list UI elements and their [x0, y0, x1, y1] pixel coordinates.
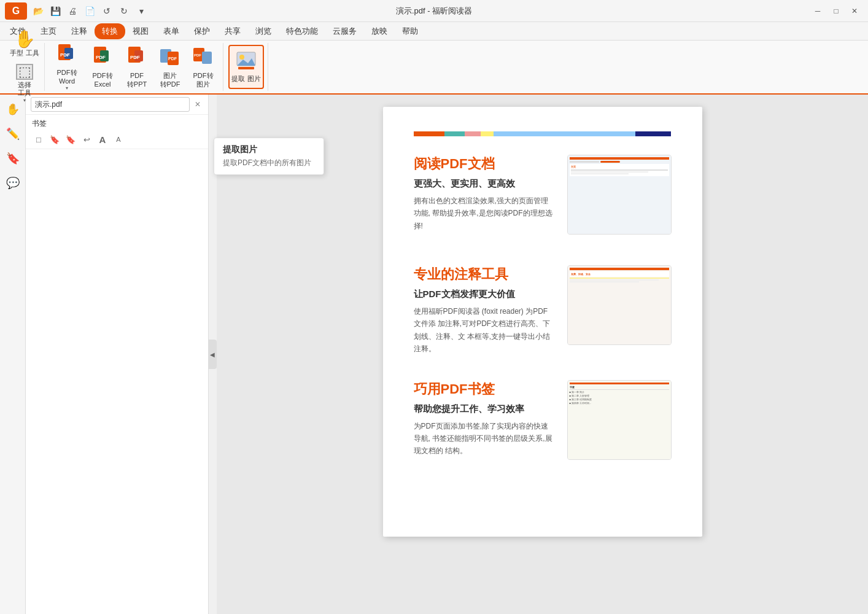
pdf-to-word-icon: PDF W	[56, 43, 78, 68]
svg-point-19	[239, 55, 244, 60]
sidebar-bookmark-icon[interactable]: 🔖	[3, 149, 23, 168]
select-icon: ⬚	[16, 64, 33, 80]
color-seg-6	[635, 131, 672, 136]
menu-view[interactable]: 视图	[125, 23, 156, 39]
preview-img-annotate: 免费、快速、安全	[567, 265, 672, 345]
open-icon[interactable]: 📂	[31, 4, 45, 18]
menu-cloud[interactable]: 云服务	[325, 23, 364, 39]
pdf-to-pic-button[interactable]: PDF PDF转图片	[187, 45, 219, 89]
svg-text:W: W	[65, 53, 69, 57]
menu-convert[interactable]: 转换	[95, 23, 125, 39]
panel-filename-input[interactable]	[31, 97, 190, 112]
logo-button[interactable]: G	[5, 2, 27, 20]
menu-annotation[interactable]: 注释	[64, 23, 95, 39]
panel-close-button[interactable]: ✕	[192, 99, 203, 110]
preview-img-bookmark: 书签 ■ 第一章 简介 ■ 第二章 入职管理 ■ 第三章 试用期制度 ■ 第四章…	[567, 380, 672, 460]
pdf-to-excel-icon: PDF X	[91, 45, 114, 71]
extract-image-button[interactable]: 提取 图片	[228, 45, 264, 89]
pdf-to-ppt-label: PDF转PPT	[127, 72, 147, 88]
menu-browse[interactable]: 浏览	[248, 23, 279, 39]
save-icon[interactable]: 💾	[48, 4, 63, 18]
print-icon[interactable]: 🖨	[65, 4, 80, 18]
menu-playback[interactable]: 放映	[364, 23, 395, 39]
left-sidebar: ✋ ✏️ 🔖 💬	[0, 95, 26, 614]
select-tool-label: 选择工具	[18, 81, 31, 97]
svg-rect-21	[238, 67, 254, 69]
word-dropdown-arrow: ▾	[66, 85, 68, 91]
pic-to-pdf-icon: PDF	[159, 45, 181, 71]
pdf-to-word-button[interactable]: PDF W PDF转Word ▾	[50, 45, 84, 89]
panel-tool-font-small[interactable]: A	[112, 133, 125, 146]
hand-tool-label: 手型 工具	[10, 49, 39, 57]
close-button[interactable]: ✕	[846, 4, 863, 18]
ribbon-group-extract: 提取 图片	[225, 43, 268, 91]
titlebar: G 📂 💾 🖨 📄 ↺ ↻ ▾ 演示.pdf - 福昕阅读器 ─ □ ✕	[0, 0, 868, 22]
tooltip-description: 提取PDF文档中的所有图片	[223, 158, 315, 168]
ribbon-group-tools: ✋ 手型 工具 ⬚ 选择工具 ▾	[5, 43, 45, 91]
svg-text:PDF: PDF	[168, 56, 177, 61]
pic-to-pdf-label: 图片转PDF	[160, 72, 180, 88]
pdf-to-word-label: PDF转Word	[57, 69, 77, 85]
menu-share[interactable]: 共享	[217, 23, 248, 39]
panel-tool-bookmark2[interactable]: 🔖	[64, 133, 77, 146]
svg-text:P: P	[135, 56, 138, 60]
new-icon[interactable]: 📄	[82, 4, 97, 18]
preview-img-read: 主页	[567, 155, 672, 235]
panel-tool-bookmark1[interactable]: 🔖	[48, 133, 61, 146]
menu-help[interactable]: 帮助	[395, 23, 425, 39]
tooltip-title: 提取图片	[223, 144, 315, 155]
panel-section-label: 书签	[26, 115, 208, 130]
minimize-button[interactable]: ─	[809, 4, 826, 18]
pdf-to-ppt-icon: PDF P	[126, 45, 148, 71]
pdf-to-pic-label: PDF转图片	[193, 72, 214, 88]
color-seg-5	[494, 131, 635, 136]
sidebar-edit-icon[interactable]: ✏️	[3, 124, 23, 144]
preview-section-bookmark: 书签 ■ 第一章 简介 ■ 第二章 入职管理 ■ 第三章 试用期制度 ■ 第四章…	[414, 380, 672, 466]
ribbon-group-convert: PDF W PDF转Word ▾ PDF X PDF转Excel	[46, 43, 223, 91]
more-icon[interactable]: ▾	[134, 4, 149, 18]
hand-tool-button[interactable]: ✋ 手型 工具	[9, 28, 41, 60]
panel-content	[26, 149, 208, 614]
color-seg-4	[481, 131, 494, 136]
extract-image-icon	[236, 51, 257, 74]
menubar: 文件 主页 注释 转换 视图 表单 保护 共享 浏览 特色功能 云服务 放映 帮…	[0, 22, 868, 41]
window-title: 演示.pdf - 福昕阅读器	[396, 6, 472, 17]
extract-image-label: 提取 图片	[231, 75, 260, 83]
pdf-to-excel-button[interactable]: PDF X PDF转Excel	[85, 45, 120, 89]
bookmark-panel: ✕ 书签 □ 🔖 🔖 ↩ A A	[26, 95, 209, 614]
color-seg-2	[444, 131, 465, 136]
svg-text:PDF: PDF	[194, 53, 201, 57]
svg-text:X: X	[101, 56, 103, 60]
panel-collapse-button[interactable]: ◀	[208, 340, 217, 369]
panel-tool-font-large[interactable]: A	[96, 133, 109, 146]
mini-preview-annotate: 免费、快速、安全	[568, 266, 671, 344]
panel-tool-new[interactable]: □	[32, 133, 45, 146]
pic-to-pdf-button[interactable]: PDF 图片转PDF	[154, 45, 186, 89]
main-area: ✋ ✏️ 🔖 💬 ✕ 书签 □ 🔖 🔖 ↩ A A ◀	[0, 95, 868, 614]
tooltip-popup: 提取图片 提取PDF文档中的所有图片	[214, 138, 324, 175]
pdf-to-pic-icon: PDF	[192, 45, 214, 71]
undo-icon[interactable]: ↺	[99, 4, 114, 18]
maximize-button[interactable]: □	[827, 4, 845, 18]
window-controls: ─ □ ✕	[809, 4, 863, 18]
select-tool-button[interactable]: ⬚ 选择工具 ▾	[9, 61, 41, 106]
page-preview: 主页 阅读PDF文档 更强大、更实用、更高效 拥有出色的文档渲染效果,强大的页面…	[383, 107, 702, 537]
redo-icon[interactable]: ↻	[117, 4, 131, 18]
panel-tool-back[interactable]: ↩	[80, 133, 93, 146]
mini-preview-bookmark: 书签 ■ 第一章 简介 ■ 第二章 入职管理 ■ 第三章 试用期制度 ■ 第四章…	[568, 381, 671, 459]
pdf-to-ppt-button[interactable]: PDF P PDF转PPT	[121, 45, 153, 89]
pdf-to-excel-label: PDF转Excel	[93, 72, 113, 88]
sidebar-comment-icon[interactable]: 💬	[3, 173, 23, 193]
color-seg-3	[465, 131, 480, 136]
menu-table[interactable]: 表单	[156, 23, 187, 39]
menu-protect[interactable]: 保护	[187, 23, 217, 39]
panel-toolbar: □ 🔖 🔖 ↩ A A	[26, 130, 208, 149]
panel-file-bar: ✕	[26, 95, 208, 115]
color-bar	[414, 131, 672, 136]
color-seg-1	[414, 131, 444, 136]
menu-special[interactable]: 特色功能	[279, 23, 325, 39]
select-dropdown-arrow: ▾	[23, 98, 26, 103]
svg-rect-16	[202, 52, 212, 64]
ribbon: ✋ 手型 工具 ⬚ 选择工具 ▾ PDF W PDF转Word	[0, 41, 868, 95]
convert-buttons-row: PDF W PDF转Word ▾ PDF X PDF转Excel	[50, 45, 219, 89]
